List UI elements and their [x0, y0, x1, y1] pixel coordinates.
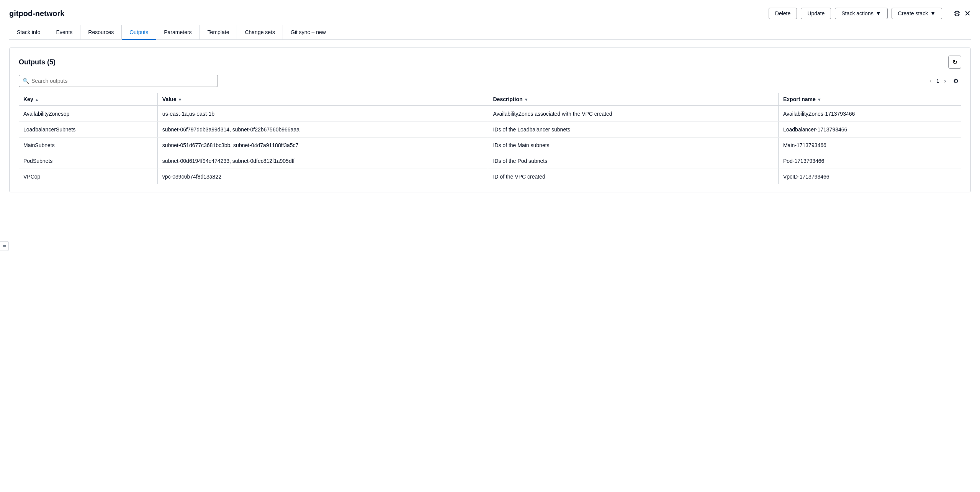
cell-value: vpc-039c6b74f8d13a822 [157, 169, 488, 185]
sort-icon-export-name: ▼ [817, 97, 821, 102]
cell-description: AvailabilityZones associated with the VP… [488, 106, 778, 122]
cell-exportname: VpcID-1713793466 [778, 169, 961, 185]
tab-git-sync[interactable]: Git sync – new [283, 25, 334, 40]
tab-events[interactable]: Events [48, 25, 80, 40]
refresh-button[interactable]: ↻ [948, 56, 961, 69]
table-row: VPCopvpc-039c6b74f8d13a822ID of the VPC … [19, 169, 961, 185]
next-page-button[interactable]: › [942, 77, 948, 85]
col-header-value[interactable]: Value▼ [157, 93, 488, 106]
table-row: MainSubnetssubnet-051d677c3681bc3bb, sub… [19, 138, 961, 153]
update-button[interactable]: Update [801, 8, 831, 19]
table-row: PodSubnetssubnet-00d6194f94e474233, subn… [19, 153, 961, 169]
cell-value: us-east-1a,us-east-1b [157, 106, 488, 122]
search-icon: 🔍 [23, 78, 29, 84]
create-stack-icon: ▼ [930, 10, 936, 16]
search-input[interactable] [19, 75, 218, 87]
tab-stack-info[interactable]: Stack info [9, 25, 48, 40]
cell-exportname: Loadbalancer-1713793466 [778, 122, 961, 138]
cell-key: LoadbalancerSubnets [19, 122, 157, 138]
cell-key: MainSubnets [19, 138, 157, 153]
cell-value: subnet-051d677c3681bc3bb, subnet-04d7a91… [157, 138, 488, 153]
col-header-export-name[interactable]: Export name▼ [778, 93, 961, 106]
prev-page-button[interactable]: ‹ [928, 77, 934, 85]
column-settings-button[interactable]: ⚙ [951, 76, 961, 86]
tab-template[interactable]: Template [200, 25, 237, 40]
tab-change-sets[interactable]: Change sets [237, 25, 283, 40]
cell-value: subnet-00d6194f94e474233, subnet-0dfec81… [157, 153, 488, 169]
create-stack-label: Create stack [898, 10, 928, 16]
section-title: Outputs (5) [19, 58, 56, 66]
cell-description: IDs of the Main subnets [488, 138, 778, 153]
sort-icon-key: ▲ [35, 97, 39, 102]
cell-key: VPCop [19, 169, 157, 185]
cell-value: subnet-06f797ddb3a99d314, subnet-0f22b67… [157, 122, 488, 138]
col-header-description[interactable]: Description▼ [488, 93, 778, 106]
col-header-key[interactable]: Key▲ [19, 93, 157, 106]
cell-key: AvailabilityZonesop [19, 106, 157, 122]
create-stack-button[interactable]: Create stack ▼ [892, 8, 942, 19]
cell-description: IDs of the Pod subnets [488, 153, 778, 169]
stack-actions-label: Stack actions [841, 10, 873, 16]
cell-key: PodSubnets [19, 153, 157, 169]
page-number: 1 [936, 78, 939, 84]
cell-description: IDs of the Loadbalancer subnets [488, 122, 778, 138]
stack-actions-icon: ▼ [876, 10, 881, 16]
tab-resources[interactable]: Resources [80, 25, 122, 40]
sort-icon-value: ▼ [178, 97, 182, 102]
cell-exportname: AvailabilityZones-1713793466 [778, 106, 961, 122]
delete-button[interactable]: Delete [769, 8, 797, 19]
table-row: AvailabilityZonesopus-east-1a,us-east-1b… [19, 106, 961, 122]
settings-icon-button[interactable]: ⚙ [954, 9, 960, 18]
sidebar-toggle[interactable]: II [0, 241, 9, 251]
close-icon-button[interactable]: ✕ [964, 9, 971, 18]
tab-outputs[interactable]: Outputs [122, 25, 156, 40]
tab-parameters[interactable]: Parameters [156, 25, 200, 40]
table-row: LoadbalancerSubnetssubnet-06f797ddb3a99d… [19, 122, 961, 138]
stack-actions-button[interactable]: Stack actions ▼ [835, 8, 887, 19]
nav-tabs: Stack infoEventsResourcesOutputsParamete… [9, 25, 971, 40]
cell-exportname: Main-1713793466 [778, 138, 961, 153]
sort-icon-description: ▼ [524, 97, 528, 102]
cell-exportname: Pod-1713793466 [778, 153, 961, 169]
outputs-table: Key▲Value▼Description▼Export name▼ Avail… [19, 93, 961, 184]
cell-description: ID of the VPC created [488, 169, 778, 185]
page-title: gitpod-network [9, 9, 64, 18]
